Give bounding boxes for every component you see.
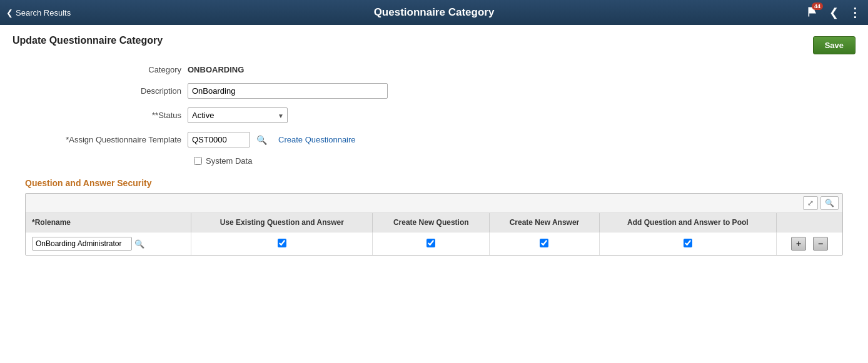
col-header-create-question: Create New Question xyxy=(373,213,490,232)
system-data-row: System Data xyxy=(194,156,855,166)
cell-row-actions: + − xyxy=(777,232,842,256)
rolename-input-wrap: 🔍 xyxy=(32,237,184,251)
rolename-search-button[interactable]: 🔍 xyxy=(134,239,144,249)
expand-icon-button[interactable]: ⤢ xyxy=(803,196,818,210)
more-options-button[interactable]: ⋮ xyxy=(849,5,862,20)
template-label: *Assign Questionnaire Template xyxy=(50,135,188,144)
app-header: ❮ Search Results Questionnaire Category … xyxy=(0,0,868,25)
use-existing-checkbox[interactable] xyxy=(278,239,286,247)
search-icon: 🔍 xyxy=(825,199,834,207)
status-row: **Status Active Inactive ▼ xyxy=(50,107,855,123)
create-question-checkbox[interactable] xyxy=(426,239,435,247)
chevron-left-icon: ❮ xyxy=(6,8,13,17)
header-right-controls: 44 ❮ ⋮ xyxy=(807,5,862,20)
back-label: Search Results xyxy=(16,8,71,17)
description-label: Description xyxy=(50,86,188,96)
remove-row-button[interactable]: − xyxy=(813,237,828,251)
qa-section-title: Question and Answer Security xyxy=(25,178,843,188)
col-header-actions xyxy=(777,213,842,232)
main-content: Update Questionnaire Category Save Categ… xyxy=(0,25,868,363)
col-header-use-existing: Use Existing Question and Answer xyxy=(191,213,373,232)
template-row: *Assign Questionnaire Template 🔍 Create … xyxy=(50,132,855,147)
status-select[interactable]: Active Inactive xyxy=(188,107,288,123)
qa-table-toolbar: ⤢ 🔍 xyxy=(26,194,842,213)
category-label: Category xyxy=(50,65,188,74)
cell-rolename: 🔍 xyxy=(26,232,191,256)
qa-table: *Rolename Use Existing Question and Answ… xyxy=(26,213,842,255)
system-data-label: System Data xyxy=(206,156,252,166)
template-search-button[interactable]: 🔍 xyxy=(254,134,270,146)
cell-add-to-pool xyxy=(599,232,777,256)
template-input-wrap: 🔍 xyxy=(188,132,270,147)
cell-create-question xyxy=(373,232,490,256)
search-icon: 🔍 xyxy=(256,135,267,145)
form-area: Category ONBOARDING Description **Status… xyxy=(50,65,855,166)
qa-table-container: ⤢ 🔍 *Rolename Use Existing Question and … xyxy=(25,193,843,256)
create-questionnaire-link[interactable]: Create Questionnaire xyxy=(278,135,356,144)
qa-table-body: 🔍 xyxy=(26,232,842,256)
category-value: ONBOARDING xyxy=(188,65,244,74)
qa-table-header: *Rolename Use Existing Question and Answ… xyxy=(26,213,842,232)
template-input[interactable] xyxy=(188,132,250,147)
navigate-back-button[interactable]: ❮ xyxy=(827,6,841,19)
notification-button[interactable]: 44 xyxy=(807,6,819,20)
expand-icon: ⤢ xyxy=(807,199,814,207)
cell-use-existing xyxy=(191,232,373,256)
cell-create-answer xyxy=(490,232,599,256)
create-answer-checkbox[interactable] xyxy=(540,239,548,247)
status-label: **Status xyxy=(50,111,188,120)
table-row: 🔍 xyxy=(26,232,842,256)
description-input[interactable] xyxy=(188,83,388,99)
category-row: Category ONBOARDING xyxy=(50,65,855,74)
search-icon: 🔍 xyxy=(134,239,144,249)
table-search-button[interactable]: 🔍 xyxy=(820,196,839,210)
col-header-rolename: *Rolename xyxy=(26,213,191,232)
qa-security-section: Question and Answer Security ⤢ 🔍 *Rolena… xyxy=(25,178,843,256)
back-to-search[interactable]: ❮ Search Results xyxy=(6,8,71,17)
description-row: Description xyxy=(50,83,855,99)
rolename-input[interactable] xyxy=(32,237,132,251)
col-header-add-to-pool: Add Question and Answer to Pool xyxy=(599,213,777,232)
page-header-title: Questionnaire Category xyxy=(374,6,495,19)
qa-table-header-row: *Rolename Use Existing Question and Answ… xyxy=(26,213,842,232)
col-header-create-answer: Create New Answer xyxy=(490,213,599,232)
system-data-checkbox[interactable] xyxy=(194,157,202,165)
notification-count: 44 xyxy=(812,2,823,10)
status-select-wrap: Active Inactive ▼ xyxy=(188,107,288,123)
save-button[interactable]: Save xyxy=(813,36,855,54)
add-row-button[interactable]: + xyxy=(791,237,806,251)
add-to-pool-checkbox[interactable] xyxy=(684,239,692,247)
page-title: Update Questionnaire Category xyxy=(13,35,855,46)
